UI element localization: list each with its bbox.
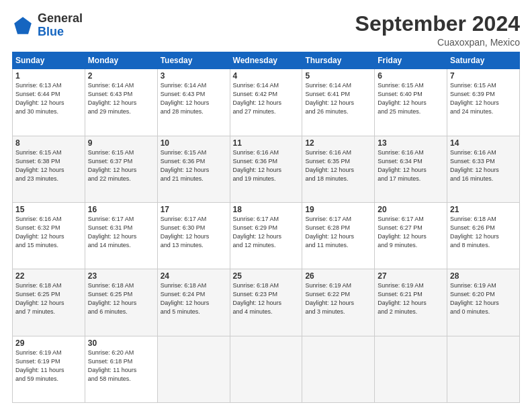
day-number-14: 14 bbox=[450, 138, 517, 148]
day-info-22: Sunrise: 6:18 AM Sunset: 6:25 PM Dayligh… bbox=[15, 281, 82, 316]
calendar-day-29: 29Sunrise: 6:19 AM Sunset: 6:19 PM Dayli… bbox=[13, 336, 85, 402]
day-number-2: 2 bbox=[88, 71, 154, 81]
day-number-13: 13 bbox=[378, 138, 444, 148]
calendar-week-4: 22Sunrise: 6:18 AM Sunset: 6:25 PM Dayli… bbox=[13, 269, 520, 336]
calendar-day-12: 12Sunrise: 6:16 AM Sunset: 6:35 PM Dayli… bbox=[302, 136, 375, 202]
day-number-16: 16 bbox=[88, 205, 154, 214]
day-number-17: 17 bbox=[161, 205, 227, 214]
calendar-day-30: 30Sunrise: 6:20 AM Sunset: 6:18 PM Dayli… bbox=[85, 336, 157, 402]
day-number-1: 1 bbox=[15, 71, 82, 81]
calendar-day-15: 15Sunrise: 6:16 AM Sunset: 6:32 PM Dayli… bbox=[13, 202, 85, 269]
day-number-4: 4 bbox=[233, 71, 300, 81]
calendar-day-27: 27Sunrise: 6:19 AM Sunset: 6:21 PM Dayli… bbox=[375, 269, 447, 336]
day-number-24: 24 bbox=[161, 271, 227, 281]
calendar-day-18: 18Sunrise: 6:17 AM Sunset: 6:29 PM Dayli… bbox=[230, 202, 302, 269]
calendar-day-1: 1Sunrise: 6:13 AM Sunset: 6:44 PM Daylig… bbox=[13, 69, 85, 136]
calendar-day-22: 22Sunrise: 6:18 AM Sunset: 6:25 PM Dayli… bbox=[13, 269, 85, 336]
calendar-day-14: 14Sunrise: 6:16 AM Sunset: 6:33 PM Dayli… bbox=[447, 136, 520, 202]
day-info-19: Sunrise: 6:17 AM Sunset: 6:28 PM Dayligh… bbox=[305, 215, 371, 250]
day-number-19: 19 bbox=[305, 205, 371, 214]
day-number-25: 25 bbox=[233, 271, 300, 281]
calendar-day-23: 23Sunrise: 6:18 AM Sunset: 6:25 PM Dayli… bbox=[85, 269, 157, 336]
day-info-29: Sunrise: 6:19 AM Sunset: 6:19 PM Dayligh… bbox=[15, 349, 82, 383]
day-number-26: 26 bbox=[305, 271, 371, 281]
day-info-25: Sunrise: 6:18 AM Sunset: 6:23 PM Dayligh… bbox=[233, 281, 300, 316]
day-info-26: Sunrise: 6:19 AM Sunset: 6:22 PM Dayligh… bbox=[305, 281, 371, 316]
day-number-22: 22 bbox=[15, 271, 82, 281]
day-number-8: 8 bbox=[15, 138, 82, 148]
day-info-30: Sunrise: 6:20 AM Sunset: 6:18 PM Dayligh… bbox=[88, 349, 154, 383]
day-number-21: 21 bbox=[450, 205, 517, 214]
calendar-empty bbox=[375, 336, 447, 402]
day-info-3: Sunrise: 6:14 AM Sunset: 6:43 PM Dayligh… bbox=[161, 81, 227, 116]
day-number-6: 6 bbox=[378, 71, 444, 81]
calendar-day-8: 8Sunrise: 6:15 AM Sunset: 6:38 PM Daylig… bbox=[13, 136, 85, 202]
day-number-11: 11 bbox=[233, 138, 300, 148]
col-saturday: Saturday bbox=[447, 52, 520, 69]
day-info-20: Sunrise: 6:17 AM Sunset: 6:27 PM Dayligh… bbox=[378, 215, 444, 250]
calendar-day-6: 6Sunrise: 6:15 AM Sunset: 6:40 PM Daylig… bbox=[375, 69, 447, 136]
day-number-5: 5 bbox=[305, 71, 371, 81]
page: General Blue September 2024 Cuaxoxpan, M… bbox=[0, 0, 532, 411]
day-info-14: Sunrise: 6:16 AM Sunset: 6:33 PM Dayligh… bbox=[450, 148, 517, 183]
calendar-week-2: 8Sunrise: 6:15 AM Sunset: 6:38 PM Daylig… bbox=[13, 136, 520, 202]
col-monday: Monday bbox=[85, 52, 157, 69]
day-number-20: 20 bbox=[378, 205, 444, 214]
location: Cuaxoxpan, Mexico bbox=[355, 37, 520, 48]
day-info-7: Sunrise: 6:15 AM Sunset: 6:39 PM Dayligh… bbox=[450, 81, 517, 116]
calendar-day-4: 4Sunrise: 6:14 AM Sunset: 6:42 PM Daylig… bbox=[230, 69, 302, 136]
day-number-10: 10 bbox=[161, 138, 227, 148]
calendar-empty bbox=[157, 336, 230, 402]
day-number-28: 28 bbox=[450, 271, 517, 281]
day-info-2: Sunrise: 6:14 AM Sunset: 6:43 PM Dayligh… bbox=[88, 81, 154, 116]
title-block: September 2024 Cuaxoxpan, Mexico bbox=[355, 12, 520, 48]
day-number-27: 27 bbox=[378, 271, 444, 281]
day-number-30: 30 bbox=[88, 338, 154, 348]
day-info-24: Sunrise: 6:18 AM Sunset: 6:24 PM Dayligh… bbox=[161, 281, 227, 316]
day-info-4: Sunrise: 6:14 AM Sunset: 6:42 PM Dayligh… bbox=[233, 81, 300, 116]
day-number-29: 29 bbox=[15, 338, 82, 348]
day-info-21: Sunrise: 6:18 AM Sunset: 6:26 PM Dayligh… bbox=[450, 215, 517, 250]
day-number-12: 12 bbox=[305, 138, 371, 148]
day-info-15: Sunrise: 6:16 AM Sunset: 6:32 PM Dayligh… bbox=[15, 215, 82, 250]
svg-marker-0 bbox=[14, 17, 32, 34]
calendar-header-row: Sunday Monday Tuesday Wednesday Thursday… bbox=[13, 52, 520, 69]
calendar-day-10: 10Sunrise: 6:15 AM Sunset: 6:36 PM Dayli… bbox=[157, 136, 230, 202]
calendar-day-5: 5Sunrise: 6:14 AM Sunset: 6:41 PM Daylig… bbox=[302, 69, 375, 136]
month-title: September 2024 bbox=[355, 12, 520, 36]
day-info-6: Sunrise: 6:15 AM Sunset: 6:40 PM Dayligh… bbox=[378, 81, 444, 116]
logo: General Blue bbox=[12, 12, 83, 39]
day-number-23: 23 bbox=[88, 271, 154, 281]
day-number-18: 18 bbox=[233, 205, 300, 214]
logo-icon bbox=[12, 15, 34, 36]
header: General Blue September 2024 Cuaxoxpan, M… bbox=[12, 12, 520, 48]
calendar-empty bbox=[302, 336, 375, 402]
calendar-day-28: 28Sunrise: 6:19 AM Sunset: 6:20 PM Dayli… bbox=[447, 269, 520, 336]
col-friday: Friday bbox=[375, 52, 447, 69]
day-info-28: Sunrise: 6:19 AM Sunset: 6:20 PM Dayligh… bbox=[450, 281, 517, 316]
calendar-day-25: 25Sunrise: 6:18 AM Sunset: 6:23 PM Dayli… bbox=[230, 269, 302, 336]
calendar-day-7: 7Sunrise: 6:15 AM Sunset: 6:39 PM Daylig… bbox=[447, 69, 520, 136]
col-sunday: Sunday bbox=[13, 52, 85, 69]
calendar-day-19: 19Sunrise: 6:17 AM Sunset: 6:28 PM Dayli… bbox=[302, 202, 375, 269]
logo-text: General Blue bbox=[38, 12, 83, 39]
day-info-18: Sunrise: 6:17 AM Sunset: 6:29 PM Dayligh… bbox=[233, 215, 300, 250]
calendar: Sunday Monday Tuesday Wednesday Thursday… bbox=[12, 52, 520, 403]
day-info-1: Sunrise: 6:13 AM Sunset: 6:44 PM Dayligh… bbox=[15, 81, 82, 116]
calendar-day-13: 13Sunrise: 6:16 AM Sunset: 6:34 PM Dayli… bbox=[375, 136, 447, 202]
day-number-9: 9 bbox=[88, 138, 154, 148]
day-info-11: Sunrise: 6:16 AM Sunset: 6:36 PM Dayligh… bbox=[233, 148, 300, 183]
day-info-9: Sunrise: 6:15 AM Sunset: 6:37 PM Dayligh… bbox=[88, 148, 154, 183]
day-number-15: 15 bbox=[15, 205, 82, 214]
calendar-week-5: 29Sunrise: 6:19 AM Sunset: 6:19 PM Dayli… bbox=[13, 336, 520, 402]
day-info-13: Sunrise: 6:16 AM Sunset: 6:34 PM Dayligh… bbox=[378, 148, 444, 183]
calendar-day-26: 26Sunrise: 6:19 AM Sunset: 6:22 PM Dayli… bbox=[302, 269, 375, 336]
day-number-7: 7 bbox=[450, 71, 517, 81]
col-tuesday: Tuesday bbox=[157, 52, 230, 69]
col-thursday: Thursday bbox=[302, 52, 375, 69]
col-wednesday: Wednesday bbox=[230, 52, 302, 69]
calendar-day-20: 20Sunrise: 6:17 AM Sunset: 6:27 PM Dayli… bbox=[375, 202, 447, 269]
day-info-23: Sunrise: 6:18 AM Sunset: 6:25 PM Dayligh… bbox=[88, 281, 154, 316]
day-info-17: Sunrise: 6:17 AM Sunset: 6:30 PM Dayligh… bbox=[161, 215, 227, 250]
calendar-week-1: 1Sunrise: 6:13 AM Sunset: 6:44 PM Daylig… bbox=[13, 69, 520, 136]
